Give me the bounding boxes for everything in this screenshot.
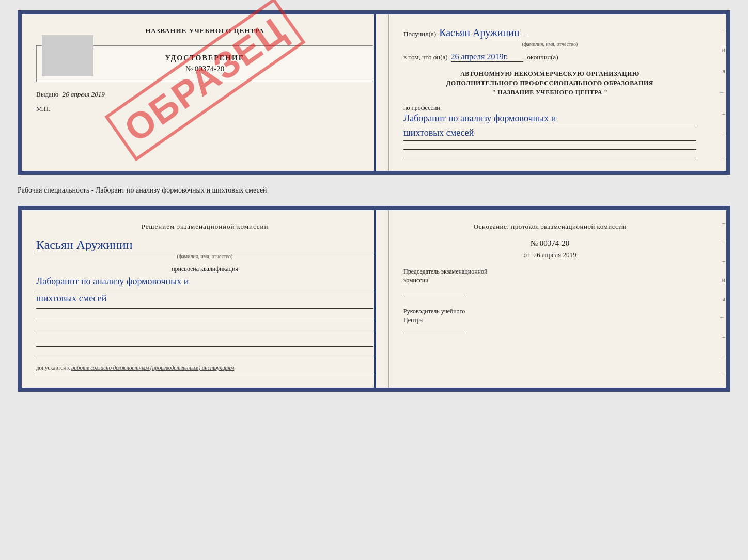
margin-arrow: ← xyxy=(712,89,725,97)
bottom-right-page: Основание: протокол экзаменационной коми… xyxy=(389,210,711,387)
margin-dash-2: – xyxy=(712,110,725,118)
protocol-date: 26 апреля 2019 xyxy=(534,251,576,259)
sig-line-4 xyxy=(36,351,373,359)
certificate-right-wrapper: Получил(а) Касьян Аружинин – (фамилия, и… xyxy=(389,14,726,171)
vtom-label: в том, что он(а) xyxy=(403,53,448,61)
rukovoditel-line1: Руководитель учебного xyxy=(403,307,696,316)
sig-line-3 xyxy=(36,339,373,347)
rukovoditel-underline xyxy=(403,326,465,333)
dopuskaetsya-prefix: допускается к xyxy=(36,364,70,371)
recipient-name: Касьян Аружинин xyxy=(439,27,519,39)
protocol-date-row: от 26 апреля 2019 xyxy=(403,251,696,259)
b-margin-letter-i: и xyxy=(712,276,725,284)
udostoverenie-label: УДОСТОВЕРЕНИЕ xyxy=(47,54,363,62)
udostoverenie-number: № 00374-20 xyxy=(47,65,363,73)
org-line3: " НАЗВАНИЕ УЧЕБНОГО ЦЕНТРА " xyxy=(403,88,696,97)
dopuskaetsya-block: допускается к работе согласно должностны… xyxy=(36,364,373,371)
qualification-label: присвоена квалификация xyxy=(36,265,373,273)
qual-underline-2 xyxy=(36,308,373,309)
dopuskaetsya-text: работе согласно должностным (производств… xyxy=(71,364,234,371)
osnov-text: Основание: протокол экзаменационной коми… xyxy=(403,222,696,231)
sig-line-1 xyxy=(36,314,373,322)
bottom-left-page: Решением экзаменационной комиссии Касьян… xyxy=(22,210,389,387)
mp-row: М.П. xyxy=(36,105,373,113)
cert-body: УДОСТОВЕРЕНИЕ № 00374-20 ОБРАЗЕЦ Выдано … xyxy=(36,45,373,113)
profession-handwritten: Лаборанпт по анализу формовочных и шихто… xyxy=(403,112,696,158)
po-professii-label: по профессии xyxy=(403,104,440,111)
protocol-number: № 00374-20 xyxy=(403,239,696,248)
org-line1: АВТОНОМНУЮ НЕКОММЕРЧЕСКУЮ ОРГАНИЗАЦИЮ xyxy=(403,69,696,78)
qual-text-2: шихтовых смесей xyxy=(36,292,373,305)
vydano-date: 26 апреля 2019 xyxy=(63,90,105,98)
specialty-label: Рабочая специальность - Лаборант по анал… xyxy=(18,183,730,198)
certificate-right-page: Получил(а) Касьян Аружинин – (фамилия, и… xyxy=(389,14,711,171)
certificate-left-page: НАЗВАНИЕ УЧЕБНОГО ЦЕНТРА УДОСТОВЕРЕНИЕ №… xyxy=(22,14,389,171)
org-line2: ДОПОЛНИТЕЛЬНОГО ПРОФЕССИОНАЛЬНОГО ОБРАЗО… xyxy=(403,78,696,88)
okonchil-label: окончил(а) xyxy=(527,53,558,61)
margin-dash-1: – xyxy=(712,25,725,33)
profession-text-1: Лаборанпт по анализу формовочных и xyxy=(403,112,696,125)
predsedatel-line2: комиссии xyxy=(403,276,696,285)
signature-lines xyxy=(36,314,373,359)
bottom-fio-sub: (фамилия, имя, отчество) xyxy=(36,253,373,259)
b-margin-letter-a: а xyxy=(712,295,725,303)
b-margin-dash-1: – xyxy=(712,219,725,227)
bottom-right-wrapper: Основание: протокол экзаменационной коми… xyxy=(389,210,726,387)
margin-letter-a: а xyxy=(712,68,725,75)
b-margin-dash-4: – xyxy=(712,333,725,341)
dash: – xyxy=(524,30,527,38)
top-right-margin: – и а ← – – – xyxy=(711,14,726,171)
b-margin-arrow: ← xyxy=(712,314,725,322)
bottom-underline xyxy=(36,375,373,375)
b-margin-dash-3: – xyxy=(712,257,725,265)
vydano-row: Выдано 26 апреля 2019 xyxy=(36,90,373,99)
poluchil-label: Получил(а) xyxy=(403,30,436,38)
vydano-label: Выдано xyxy=(36,90,58,98)
margin-letter-i: и xyxy=(712,46,725,54)
profession-underline-2 xyxy=(403,140,696,141)
resolution-text: Решением экзаменационной комиссии xyxy=(36,222,373,231)
b-margin-dash-6: – xyxy=(712,371,725,378)
predsedatel-underline xyxy=(403,287,465,294)
udostoverenie-block: УДОСТОВЕРЕНИЕ № 00374-20 xyxy=(36,45,373,82)
rukovoditel-line2: Центра xyxy=(403,316,696,325)
rukovoditel-block: Руководитель учебного Центра xyxy=(403,307,696,336)
bottom-name: Касьян Аружинин xyxy=(36,238,132,251)
blank-line-2 xyxy=(403,158,696,158)
b-margin-dash-5: – xyxy=(712,351,725,359)
vtom-line: в том, что он(а) 26 апреля 2019г. окончи… xyxy=(403,52,696,62)
profession-text-2: шихтовых смесей xyxy=(403,126,696,139)
fio-sublabel-top: (фамилия, имя, отчество) xyxy=(403,41,696,47)
cert-title: НАЗВАНИЕ УЧЕБНОГО ЦЕНТРА xyxy=(36,27,373,35)
completion-date: 26 апреля 2019г. xyxy=(451,52,523,62)
sig-line-2 xyxy=(36,326,373,334)
qual-text-1: Лаборанпт по анализу формовочных и xyxy=(36,275,373,288)
org-block: АВТОНОМНУЮ НЕКОММЕРЧЕСКУЮ ОРГАНИЗАЦИЮ ДО… xyxy=(403,69,696,97)
margin-dash-3: – xyxy=(712,132,725,139)
predsedatel-block: Председатель экзаменационной комиссии xyxy=(403,267,696,296)
predsedatel-line1: Председатель экзаменационной xyxy=(403,267,696,276)
margin-dash-4: – xyxy=(712,153,725,161)
bottom-certificate-book: Решением экзаменационной комиссии Касьян… xyxy=(18,206,730,391)
b-margin-dash-2: – xyxy=(712,238,725,246)
photo-placeholder xyxy=(42,35,93,76)
profession-line: по профессии xyxy=(403,104,696,112)
qualification-block: Лаборанпт по анализу формовочных и шихто… xyxy=(36,275,373,308)
bottom-right-margin: – – – и а ← – – – xyxy=(711,210,726,387)
blank-line-1 xyxy=(403,149,696,150)
top-certificate-book: НАЗВАНИЕ УЧЕБНОГО ЦЕНТРА УДОСТОВЕРЕНИЕ №… xyxy=(18,10,730,175)
name-line: Касьян Аружинин xyxy=(36,238,373,253)
ot-prefix: от xyxy=(523,251,529,259)
poluchil-line: Получил(а) Касьян Аружинин – xyxy=(403,27,696,39)
